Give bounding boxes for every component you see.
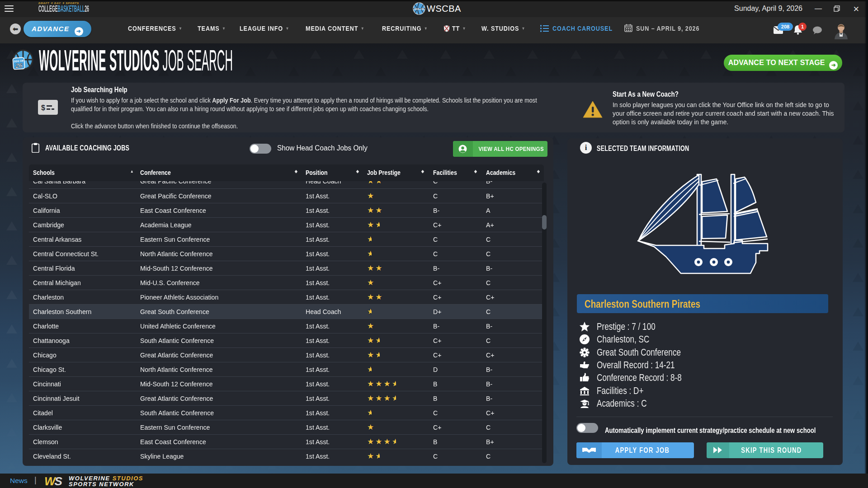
svg-text:26: 26: [15, 61, 23, 69]
svg-text:$: $: [41, 104, 45, 112]
svg-text:DDS·CB: DDS·CB: [414, 8, 424, 10]
